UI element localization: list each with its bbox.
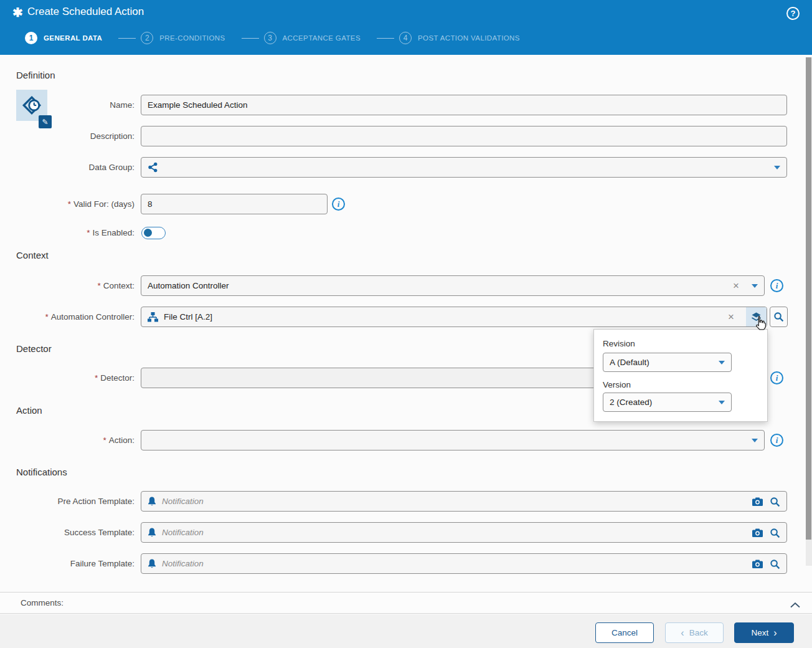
success-template-input[interactable]: Notification <box>141 522 787 543</box>
camera-icon[interactable] <box>752 560 763 570</box>
step-3-label: ACCEPTANCE GATES <box>283 34 361 42</box>
create-scheduled-action-dialog: ✱ Create Scheduled Action ? 1 GENERAL DA… <box>0 0 812 648</box>
search-icon[interactable] <box>770 528 780 540</box>
automation-controller-field[interactable]: File Ctrl [A.2] × <box>141 307 767 327</box>
chevron-left-icon: ‹ <box>681 628 684 638</box>
revision-version-popup: Revision A (Default) Version 2 (Created) <box>593 329 768 422</box>
edit-pencil-icon: ✎ <box>42 118 48 126</box>
footer: Cancel ‹ Back Next › <box>0 614 812 648</box>
context-select[interactable]: Automation Controller × <box>141 275 765 296</box>
back-button[interactable]: ‹ Back <box>665 622 724 643</box>
scrollbar-thumb[interactable] <box>806 57 811 540</box>
cancel-label: Cancel <box>611 628 638 637</box>
chevron-down-icon[interactable] <box>752 439 758 442</box>
detector-info-icon[interactable]: i <box>770 371 783 384</box>
step-general-data[interactable]: 1 GENERAL DATA <box>25 32 102 44</box>
step-connector <box>377 38 394 39</box>
context-heading: Context <box>16 250 49 260</box>
action-info-icon[interactable]: i <box>770 434 783 447</box>
mouse-pointer-cursor <box>752 315 768 335</box>
comments-label: Comments: <box>21 593 64 613</box>
data-group-label: Data Group: <box>0 157 135 178</box>
scrollbar-track[interactable] <box>806 57 812 566</box>
clear-icon[interactable]: × <box>733 280 739 291</box>
step-4-label: POST ACTION VALIDATIONS <box>418 34 520 42</box>
notifications-heading: Notifications <box>16 467 67 477</box>
step-3-circle: 3 <box>264 32 276 44</box>
required-marker: * <box>87 228 90 237</box>
chevron-right-icon: › <box>773 628 777 638</box>
bell-icon <box>148 559 156 569</box>
valid-for-value: 8 <box>148 199 153 209</box>
search-icon[interactable] <box>770 497 780 509</box>
required-marker: * <box>103 436 106 445</box>
success-template-placeholder: Notification <box>162 528 204 537</box>
wizard-steps: 1 GENERAL DATA 2 PRE-CONDITIONS 3 ACCEPT… <box>25 32 520 44</box>
is-enabled-toggle[interactable] <box>141 227 166 239</box>
action-label: *Action: <box>0 430 135 450</box>
step-2-circle: 2 <box>141 32 153 44</box>
valid-for-input[interactable]: 8 <box>141 194 328 214</box>
search-icon <box>773 312 784 322</box>
scheduled-action-asterisk-icon: ✱ <box>12 5 23 20</box>
next-label: Next <box>751 628 768 637</box>
version-select[interactable]: 2 (Created) <box>603 393 732 412</box>
chevron-down-icon[interactable] <box>774 166 780 169</box>
step-acceptance-gates[interactable]: 3 ACCEPTANCE GATES <box>264 32 361 44</box>
action-heading: Action <box>16 405 42 416</box>
camera-icon[interactable] <box>752 528 763 539</box>
action-select[interactable] <box>141 430 765 450</box>
required-marker: * <box>95 373 98 383</box>
is-enabled-label: *Is Enabled: <box>0 222 135 243</box>
step-4-circle: 4 <box>399 32 412 44</box>
step-pre-conditions[interactable]: 2 PRE-CONDITIONS <box>141 32 225 44</box>
step-1-label: GENERAL DATA <box>44 34 102 42</box>
failure-template-input[interactable]: Notification <box>141 553 787 574</box>
version-label: Version <box>603 380 631 389</box>
name-value: Example Scheduled Action <box>148 100 248 110</box>
detector-label: *Detector: <box>0 368 135 388</box>
valid-for-label: *Valid For: (days) <box>0 194 135 214</box>
data-group-select[interactable] <box>141 157 787 178</box>
valid-for-info-icon[interactable]: i <box>332 198 345 211</box>
version-value: 2 (Created) <box>610 398 652 407</box>
automation-controller-search-button[interactable] <box>770 307 788 327</box>
context-info-icon[interactable]: i <box>770 279 783 292</box>
comments-bar[interactable]: Comments: <box>0 592 812 614</box>
chevron-down-icon[interactable] <box>752 284 758 288</box>
context-value: Automation Controller <box>148 281 229 290</box>
success-template-label: Success Template: <box>0 522 135 543</box>
revision-select[interactable]: A (Default) <box>603 353 732 372</box>
cancel-button[interactable]: Cancel <box>595 622 654 643</box>
back-label: Back <box>689 628 708 637</box>
step-connector <box>242 38 259 39</box>
pre-action-template-input[interactable]: Notification <box>141 491 787 512</box>
description-label: Description: <box>0 126 135 146</box>
chevron-down-icon <box>719 401 725 404</box>
required-marker: * <box>97 281 100 290</box>
bell-icon <box>148 497 156 507</box>
dialog-title: Create Scheduled Action <box>27 6 144 18</box>
context-label: *Context: <box>0 275 135 296</box>
step-2-label: PRE-CONDITIONS <box>159 34 225 42</box>
automation-controller-label: *Automation Controller: <box>0 307 135 327</box>
header: ✱ Create Scheduled Action ? 1 GENERAL DA… <box>0 0 812 55</box>
name-label: Name: <box>0 95 135 115</box>
search-icon[interactable] <box>770 559 780 571</box>
help-icon[interactable]: ? <box>786 7 800 20</box>
next-button[interactable]: Next › <box>734 622 794 643</box>
name-input[interactable]: Example Scheduled Action <box>141 95 787 115</box>
sitemap-icon <box>148 312 158 322</box>
chevron-up-icon[interactable] <box>790 599 801 611</box>
description-input[interactable] <box>141 126 787 146</box>
detector-heading: Detector <box>16 343 52 354</box>
chevron-down-icon <box>719 361 725 364</box>
failure-template-placeholder: Notification <box>162 559 204 568</box>
clear-icon[interactable]: × <box>728 312 734 322</box>
toggle-knob <box>144 229 152 237</box>
step-post-action-validations[interactable]: 4 POST ACTION VALIDATIONS <box>399 32 520 44</box>
pre-action-template-placeholder: Notification <box>162 497 204 506</box>
camera-icon[interactable] <box>752 497 763 508</box>
pre-action-template-label: Pre Action Template: <box>0 491 135 512</box>
step-1-circle: 1 <box>25 32 37 44</box>
